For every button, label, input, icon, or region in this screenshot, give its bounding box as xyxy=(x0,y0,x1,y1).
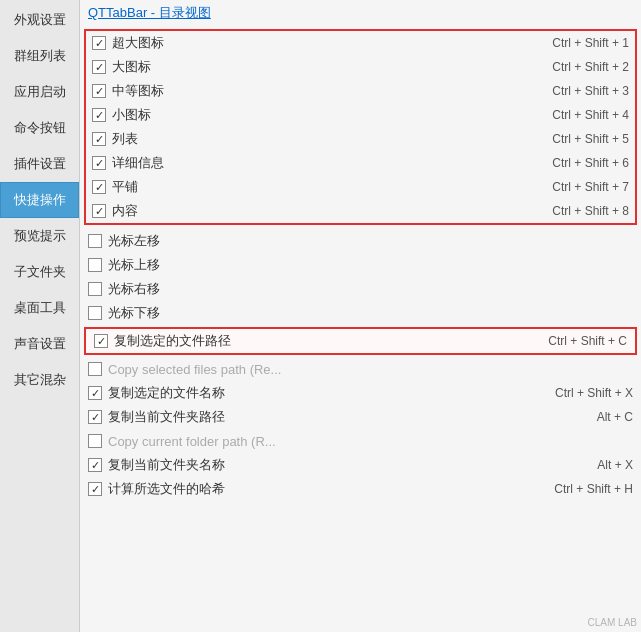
list-item-cursor-down[interactable]: 光标下移 xyxy=(80,301,641,325)
checkbox-calc-hash[interactable] xyxy=(88,482,102,496)
list-item-copy-filename[interactable]: 复制选定的文件名称 Ctrl + Shift + X xyxy=(80,381,641,405)
list-item[interactable]: 详细信息 Ctrl + Shift + 6 xyxy=(86,151,635,175)
checkbox-tiles[interactable] xyxy=(92,180,106,194)
list-item-copy-foldername[interactable]: 复制当前文件夹名称 Alt + X xyxy=(80,453,641,477)
list-item[interactable]: 列表 Ctrl + Shift + 5 xyxy=(86,127,635,151)
watermark: CLAM LAB xyxy=(588,617,637,628)
checkbox-cursor-up[interactable] xyxy=(88,258,102,272)
sidebar-item-preview[interactable]: 预览提示 xyxy=(0,218,79,254)
checkbox-details[interactable] xyxy=(92,156,106,170)
list-item-cursor-left[interactable]: 光标左移 xyxy=(80,229,641,253)
list-item[interactable]: 平铺 Ctrl + Shift + 7 xyxy=(86,175,635,199)
copy-path-highlight-group: 复制选定的文件路径 Ctrl + Shift + C xyxy=(84,327,637,355)
sidebar-item-appearance[interactable]: 外观设置 xyxy=(0,2,79,38)
checkbox-copy-folder-path[interactable] xyxy=(88,410,102,424)
sidebar-item-desktop[interactable]: 桌面工具 xyxy=(0,290,79,326)
list-item[interactable]: 大图标 Ctrl + Shift + 2 xyxy=(86,55,635,79)
view-mode-group: 超大图标 Ctrl + Shift + 1 大图标 Ctrl + Shift +… xyxy=(84,29,637,225)
items-list: 超大图标 Ctrl + Shift + 1 大图标 Ctrl + Shift +… xyxy=(80,26,641,632)
list-item[interactable]: 小图标 Ctrl + Shift + 4 xyxy=(86,103,635,127)
checkbox-extra-large[interactable] xyxy=(92,36,106,50)
checkbox-list[interactable] xyxy=(92,132,106,146)
sidebar-item-plugin[interactable]: 插件设置 xyxy=(0,146,79,182)
sidebar-item-groups[interactable]: 群组列表 xyxy=(0,38,79,74)
checkbox-medium[interactable] xyxy=(92,84,106,98)
list-item-copy-folder-path-re[interactable]: Copy current folder path (R... xyxy=(80,429,641,453)
list-item-cursor-right[interactable]: 光标右移 xyxy=(80,277,641,301)
main-content: QTTabBar - 目录视图 超大图标 Ctrl + Shift + 1 大图… xyxy=(80,0,641,632)
checkbox-copy-filename[interactable] xyxy=(88,386,102,400)
checkbox-copy-folder-path-re[interactable] xyxy=(88,434,102,448)
checkbox-cursor-left[interactable] xyxy=(88,234,102,248)
checkbox-small[interactable] xyxy=(92,108,106,122)
sidebar-item-app-launch[interactable]: 应用启动 xyxy=(0,74,79,110)
section-title[interactable]: QTTabBar - 目录视图 xyxy=(80,0,641,26)
checkbox-content[interactable] xyxy=(92,204,106,218)
checkbox-copy-foldername[interactable] xyxy=(88,458,102,472)
checkbox-large[interactable] xyxy=(92,60,106,74)
list-item-copy-folder-path[interactable]: 复制当前文件夹路径 Alt + C xyxy=(80,405,641,429)
checkbox-copy-path-re[interactable] xyxy=(88,362,102,376)
list-item[interactable]: 内容 Ctrl + Shift + 8 xyxy=(86,199,635,223)
sidebar-item-subfolders[interactable]: 子文件夹 xyxy=(0,254,79,290)
checkbox-copy-path[interactable] xyxy=(94,334,108,348)
list-item-copy-path[interactable]: 复制选定的文件路径 Ctrl + Shift + C xyxy=(86,329,635,353)
list-item-cursor-up[interactable]: 光标上移 xyxy=(80,253,641,277)
sidebar: 外观设置 群组列表 应用启动 命令按钮 插件设置 快捷操作 预览提示 子文件夹 … xyxy=(0,0,80,632)
sidebar-item-sound[interactable]: 声音设置 xyxy=(0,326,79,362)
list-item-copy-path-re[interactable]: Copy selected files path (Re... xyxy=(80,357,641,381)
list-item[interactable]: 超大图标 Ctrl + Shift + 1 xyxy=(86,31,635,55)
checkbox-cursor-right[interactable] xyxy=(88,282,102,296)
checkbox-cursor-down[interactable] xyxy=(88,306,102,320)
sidebar-item-misc[interactable]: 其它混杂 xyxy=(0,362,79,398)
sidebar-item-cmd-button[interactable]: 命令按钮 xyxy=(0,110,79,146)
list-item-calc-hash[interactable]: 计算所选文件的哈希 Ctrl + Shift + H xyxy=(80,477,641,501)
sidebar-item-shortcuts[interactable]: 快捷操作 xyxy=(0,182,79,218)
list-item[interactable]: 中等图标 Ctrl + Shift + 3 xyxy=(86,79,635,103)
